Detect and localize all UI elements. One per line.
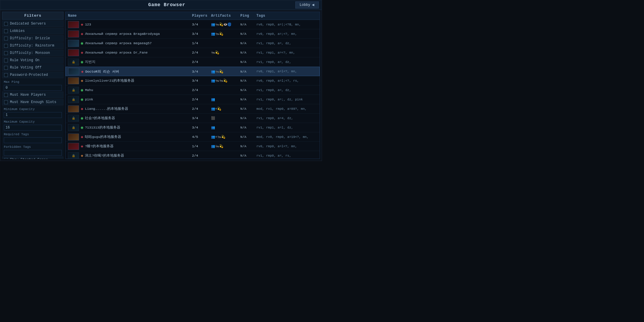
checkbox-must-players[interactable]	[4, 93, 8, 97]
forbidden-tags-input[interactable]	[4, 150, 62, 156]
filter-monsoon[interactable]: Difficulty: Monsoon	[2, 50, 64, 56]
tags-value: mod, rv0, rmp0, a=19<?, mn,	[254, 135, 320, 139]
players-count: 1/4	[190, 144, 209, 149]
checkbox-rule-off[interactable]	[4, 66, 8, 70]
filter-label-must-slots: Must Have Enough Slots	[10, 100, 56, 104]
filter-dedicated[interactable]: Dedicated Servers	[2, 20, 64, 27]
players-count: 2/4	[190, 50, 209, 55]
ping-value: N/A	[238, 116, 254, 121]
filter-label-show-started: Show Started Games	[10, 158, 48, 159]
table-row[interactable]: 🔒◈润土?你喝?的本地服务器2/4N/Arv1, rmp0, a=, rs,	[66, 151, 320, 159]
tags-value: rv1, rmp0, a=, dz,	[254, 88, 320, 93]
server-name: Mahu	[85, 88, 93, 92]
table-row[interactable]: ◈Локальный сервер игрока BragaBrodyaga3/…	[66, 29, 320, 39]
ping-value: N/A	[238, 22, 254, 27]
row-preview-img	[68, 30, 79, 37]
ping-value: N/A	[238, 144, 254, 149]
checkbox-lobbies[interactable]	[4, 29, 8, 33]
checkbox-password[interactable]	[4, 73, 8, 77]
row-preview-img	[68, 68, 79, 75]
checkbox-drizzle[interactable]	[4, 37, 8, 40]
row-preview-img: 🔒	[68, 152, 79, 159]
ping-value: N/A	[238, 125, 254, 130]
table-row[interactable]: ◈Liang......的本地服务器2/4👥⬆️💫N/Amod, rv1, rm…	[66, 104, 320, 114]
artifacts-cell: 👥🐜💫	[209, 31, 238, 36]
table-row[interactable]: ◈Локальный сервер игрока Dr_Fane2/4🐜💫N/A…	[66, 48, 320, 57]
artifacts-cell: 👥⬆️🐜💫	[209, 134, 238, 139]
max-ping-input[interactable]	[4, 85, 62, 91]
th-players[interactable]: Players	[190, 13, 209, 18]
table-row[interactable]: ◈咕咕gugu的本地服务器4/5👥⬆️🐜💫N/Amod, rv0, rmp0, …	[66, 132, 320, 142]
lobby-button[interactable]: Lobby ◄	[295, 1, 319, 8]
ping-value: N/A	[238, 153, 254, 158]
artifacts-cell: 👥🐜💫	[209, 144, 238, 149]
checkbox-dedicated[interactable]	[4, 22, 8, 26]
checkbox-rule-on[interactable]	[4, 59, 8, 62]
ping-value: N/A	[238, 134, 254, 139]
filter-lobbies[interactable]: Lobbies	[2, 28, 64, 34]
artifacts-cell: 👥	[209, 125, 238, 130]
th-tags[interactable]: Tags	[254, 13, 320, 18]
filter-label-must-players: Must Have Players	[10, 93, 46, 97]
row-preview-img: 🔒	[68, 87, 79, 94]
table-row[interactable]: 🔒◉Mahu2/4N/Arv1, rmp0, a=, dz,	[66, 85, 320, 95]
checkbox-must-slots[interactable]	[4, 100, 8, 104]
filter-rule-off[interactable]: Rule Voting Off	[2, 64, 64, 71]
table-row[interactable]: 🔒◉지빈지2/4N/Arv1, rmp0, a=, dz,	[66, 57, 320, 67]
filter-rainstorm[interactable]: Difficulty: Rainstorm	[2, 42, 64, 49]
artifacts-cell	[209, 90, 238, 91]
table-row[interactable]: ◈?睡?的本地服务器1/4👥🐜💫N/Arv0, rmp0, a=l<?, mn,	[66, 142, 320, 151]
tags-value: rv1, rmp0, a=, dz,	[254, 60, 320, 64]
checkbox-monsoon[interactable]	[4, 51, 8, 55]
server-name: 123	[85, 23, 91, 26]
lobby-arrow-icon: ◄	[312, 3, 314, 7]
filter-show-started[interactable]: Show Started Games	[2, 157, 64, 159]
min-capacity-input[interactable]	[4, 112, 62, 118]
table-row[interactable]: 🔒◉pink2/4👥N/Arv1, rmp0, a=;, dz, pink	[66, 95, 320, 104]
required-tags-input[interactable]	[4, 137, 62, 143]
artifacts-cell: 👥🐜🐜💫	[209, 78, 238, 83]
table-header: Name Players Artifacts Ping Tags	[66, 12, 320, 20]
server-name: 润土?你喝?的本地服务器	[85, 153, 124, 158]
filter-drizzle[interactable]: Difficulty: Drizzle	[2, 35, 64, 42]
th-ping[interactable]: Ping	[238, 13, 254, 18]
table-row[interactable]: 🔒◉社会?的本地服务器3/4⬛N/Arv1, rmp0, a=4, dz,	[66, 114, 320, 123]
artifacts-cell: 🐜💫	[209, 50, 238, 55]
ping-value: N/A	[238, 88, 254, 93]
host-icon: ◈	[81, 134, 83, 139]
th-name[interactable]: Name	[66, 13, 190, 18]
host-icon: ◈	[81, 69, 83, 74]
table-row[interactable]: ◈DoctoR의 리슨 서버3/4👥🐜💫N/Arv0, rmp1, a=l<?,…	[66, 67, 320, 76]
table-row[interactable]: ◈livelyoliver21的本地服务器3/4👥🐜🐜💫N/Arv0, rmp0…	[66, 76, 320, 85]
players-count: 3/4	[190, 69, 209, 74]
table-body: ◈1233/4👥🐜💫👁️🌀N/Arv0, rmp0, a=|;<?B, mn,◈…	[66, 20, 320, 159]
th-artifacts[interactable]: Artifacts	[209, 13, 238, 18]
app-container: Game Browser Lobby ◄ Filters Dedicated S…	[0, 0, 322, 161]
artifacts-cell: 👥⬆️💫	[209, 106, 238, 111]
min-cap-label: Minimum Capacity	[2, 106, 64, 111]
ping-value: N/A	[238, 31, 254, 36]
host-icon: ◈	[81, 50, 83, 55]
filter-must-players[interactable]: Must Have Players	[2, 92, 64, 98]
max-capacity-input[interactable]	[4, 125, 62, 131]
row-preview-img: 🔒	[68, 115, 79, 122]
table-row[interactable]: ◉Локальный сервер игрока megaeag571/4N/A…	[66, 39, 320, 48]
artifacts-cell	[209, 155, 238, 156]
table-row[interactable]: ◈1233/4👥🐜💫👁️🌀N/Arv0, rmp0, a=|;<?B, mn,	[66, 20, 320, 29]
filter-rule-on[interactable]: Rule Voting On	[2, 57, 64, 64]
host-icon: ◈	[81, 22, 83, 27]
host-icon: ◉	[81, 116, 83, 121]
players-count: 2/4	[190, 97, 209, 102]
right-panel: Name Players Artifacts Ping Tags ◈1233/4…	[65, 12, 320, 159]
tags-value: rv0, rmp0, a=;<?, mn,	[254, 32, 320, 36]
host-icon: ◈	[81, 78, 83, 83]
checkbox-rainstorm[interactable]	[4, 44, 8, 48]
players-count: 3/4	[190, 78, 209, 83]
filter-password[interactable]: Password-Protected	[2, 72, 64, 78]
max-ping-label: Max Ping	[2, 79, 64, 84]
filter-must-slots[interactable]: Must Have Enough Slots	[2, 99, 64, 105]
filter-label-rule-on: Rule Voting On	[10, 58, 40, 62]
table-row[interactable]: 🔒◉?131313的本地服务器3/4👥N/Arv1, rmp1, a=l, dz…	[66, 123, 320, 132]
tags-value: rv0, rmp0, a=l<?, mn,	[254, 144, 320, 149]
checkbox-show-started[interactable]	[4, 158, 8, 159]
